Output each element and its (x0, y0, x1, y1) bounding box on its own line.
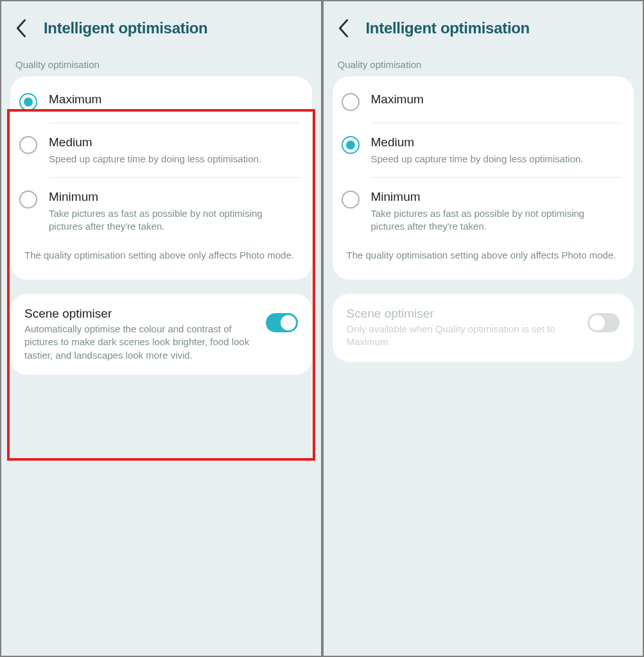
option-title: Medium (371, 135, 620, 151)
header: Intelligent optimisation (1, 1, 321, 50)
quality-options-card: Maximum Medium Speed up capture time by … (10, 76, 312, 280)
back-icon[interactable] (336, 21, 351, 35)
section-label-quality: Quality optimisation (324, 50, 643, 76)
option-title: Maximum (371, 92, 620, 108)
radio-icon (342, 136, 360, 154)
option-desc: Speed up capture time by doing less opti… (49, 153, 298, 166)
option-title: Minimum (49, 189, 298, 205)
scene-optimiser-card[interactable]: Scene optimiser Automatically optimise t… (10, 294, 312, 375)
option-desc: Take pictures as fast as possible by not… (371, 207, 620, 234)
card-footer-note: The quality optimisation setting above o… (333, 244, 634, 276)
scene-title: Scene optimiser (24, 307, 257, 321)
option-maximum[interactable]: Maximum (10, 80, 312, 123)
option-title: Minimum (371, 189, 620, 205)
screen-right: Intelligent optimisation Quality optimis… (324, 1, 643, 656)
radio-icon (19, 191, 37, 209)
scene-title: Scene optimiser (347, 307, 579, 321)
card-footer-note: The quality optimisation setting above o… (10, 244, 312, 276)
option-desc: Speed up capture time by doing less opti… (371, 153, 620, 166)
option-title: Maximum (49, 92, 298, 108)
back-icon[interactable] (14, 21, 28, 35)
radio-icon (19, 93, 37, 111)
radio-icon (342, 93, 360, 111)
scene-toggle (587, 313, 620, 332)
option-maximum[interactable]: Maximum (333, 80, 634, 123)
section-label-quality: Quality optimisation (1, 50, 321, 76)
option-medium[interactable]: Medium Speed up capture time by doing le… (333, 123, 634, 177)
scene-desc: Automatically optimise the colour and co… (24, 323, 257, 362)
radio-icon (342, 191, 360, 209)
screen-left: Intelligent optimisation Quality optimis… (1, 1, 321, 656)
scene-toggle[interactable] (266, 313, 298, 332)
option-title: Medium (49, 135, 298, 151)
scene-optimiser-card: Scene optimiser Only available when Qual… (333, 294, 634, 362)
page-title: Intelligent optimisation (44, 19, 207, 37)
option-desc: Take pictures as fast as possible by not… (49, 207, 298, 234)
scene-desc: Only available when Quality optimisation… (347, 323, 579, 349)
radio-icon (19, 136, 37, 154)
option-medium[interactable]: Medium Speed up capture time by doing le… (10, 123, 312, 177)
page-title: Intelligent optimisation (366, 19, 530, 37)
header: Intelligent optimisation (324, 1, 643, 50)
quality-options-card: Maximum Medium Speed up capture time by … (333, 76, 634, 280)
option-minimum[interactable]: Minimum Take pictures as fast as possibl… (10, 178, 312, 244)
option-minimum[interactable]: Minimum Take pictures as fast as possibl… (333, 178, 634, 244)
